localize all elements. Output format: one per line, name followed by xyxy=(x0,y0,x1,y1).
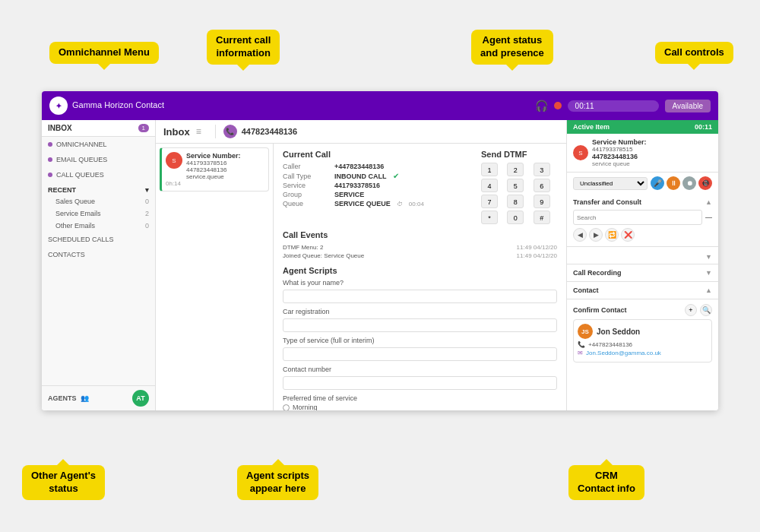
end-call-button[interactable]: 📵 xyxy=(698,176,712,190)
queue-time: 00:04 xyxy=(409,201,424,207)
sidebar-item-scheduled-calls[interactable]: SCHEDULED CALLS xyxy=(42,232,155,247)
caller-value: +447823448136 xyxy=(334,163,384,170)
transfer-warm-button[interactable]: 🔁 xyxy=(605,228,619,242)
sidebar-item-service-emails[interactable]: Service Emails 2 xyxy=(42,207,155,220)
confirm-contact-label: Confirm Contact xyxy=(573,306,627,314)
event-2-time: 11:49 04/12/20 xyxy=(517,252,557,259)
contact-detail-phone-row: 📞 +447823448136 xyxy=(578,341,708,348)
omnichannel-label: OMNICHANNEL xyxy=(56,141,107,148)
annotation-call-controls: Call controls xyxy=(655,42,733,64)
contact-service-number-label: Service Number: xyxy=(186,152,241,160)
service-label: Service xyxy=(283,182,328,189)
transfer-prev-button[interactable]: ◀ xyxy=(573,228,587,242)
agent-status-button[interactable]: Available xyxy=(665,100,711,112)
status-dot xyxy=(554,102,562,109)
contact-section: Contact ▲ xyxy=(567,282,718,299)
script-q3-label: Type of service (full or interim) xyxy=(283,337,557,344)
script-q2-label: Car registration xyxy=(283,308,557,315)
active-service-number: 441793378515 xyxy=(592,146,647,153)
contact-section-header[interactable]: Contact ▲ xyxy=(573,287,712,294)
transfer-chevron-icon: ▲ xyxy=(705,198,712,206)
sidebar-bottom: AGENTS 👥 AT xyxy=(42,385,155,410)
phone-search-input[interactable] xyxy=(573,210,702,225)
sidebar-item-other-emails[interactable]: Other Emails 0 xyxy=(42,220,155,232)
dtmf-3[interactable]: 3 xyxy=(534,163,550,176)
nav-dot-icon xyxy=(48,157,52,162)
contact-detail-phone: +447823448136 xyxy=(588,341,632,348)
call-recording-section: Call Recording ▼ xyxy=(567,264,718,282)
check-icon: ✔ xyxy=(393,172,399,180)
radio-morning-label: Morning xyxy=(293,404,318,410)
service-emails-count: 2 xyxy=(145,210,149,217)
contact-caller-number: 447823448136 xyxy=(186,166,241,173)
call-queues-label: CALL QUEUES xyxy=(56,171,104,179)
mute-button[interactable]: 🎤 xyxy=(651,176,664,190)
script-q4-input[interactable] xyxy=(283,376,557,390)
caller-label: Caller xyxy=(283,163,328,170)
sidebar-item-sales-queue[interactable]: Sales Queue 0 xyxy=(42,195,155,207)
inbox-nav-item[interactable]: INBOX 1 xyxy=(42,120,155,137)
sidebar-item-contacts[interactable]: CONTACTS xyxy=(42,247,155,262)
dtmf-hash[interactable]: # xyxy=(534,211,550,224)
dtmf-8[interactable]: 8 xyxy=(507,195,524,208)
contacts-label: CONTACTS xyxy=(48,251,85,258)
contact-card[interactable]: S Service Number: 441793378516 447823448… xyxy=(160,147,269,192)
expand-chevron-icon[interactable]: ▼ xyxy=(705,253,712,261)
transfer-forward-button[interactable]: ▶ xyxy=(589,228,603,242)
agent-status-bar[interactable]: 00:11 xyxy=(568,100,659,112)
dtmf-9[interactable]: 9 xyxy=(534,195,550,208)
dtmf-2[interactable]: 2 xyxy=(507,163,524,176)
confirm-action-buttons: + 🔍 xyxy=(685,304,712,316)
dtmf-star[interactable]: * xyxy=(481,211,498,224)
sidebar-item-email-queues[interactable]: EMAIL QUEUES xyxy=(42,152,155,167)
transfer-consult-section: Transfer and Consult ▲ — ◀ ▶ 🔁 ❌ xyxy=(567,194,718,247)
dtmf-5[interactable]: 5 xyxy=(507,179,524,192)
transfer-cold-button[interactable]: ❌ xyxy=(621,228,635,242)
script-q2-input[interactable] xyxy=(283,318,557,332)
service-emails-label: Service Emails xyxy=(55,210,101,217)
event-row-2: Joined Queue: Service Queue 11:49 04/12/… xyxy=(283,252,557,260)
annotation-other-agent-status: Other Agent's status xyxy=(22,465,105,500)
record-button[interactable]: ⏺ xyxy=(682,176,696,190)
dtmf-1[interactable]: 1 xyxy=(481,163,498,176)
transfer-consult-header[interactable]: Transfer and Consult ▲ xyxy=(573,198,712,206)
dtmf-4[interactable]: 4 xyxy=(481,179,498,192)
dtmf-7[interactable]: 7 xyxy=(481,195,498,208)
crm-contact-section: Confirm Contact + 🔍 JS Jon Seddon 📞 +447… xyxy=(567,299,718,367)
agent-avatar[interactable]: AT xyxy=(132,390,149,407)
dtmf-6[interactable]: 6 xyxy=(534,179,550,192)
sidebar-item-call-queues[interactable]: CALL QUEUES xyxy=(42,167,155,182)
script-q1-input[interactable] xyxy=(283,290,557,303)
agent-scripts-title: Agent Scripts xyxy=(283,266,557,275)
dtmf-title: Send DTMF xyxy=(481,150,557,159)
app-container: ✦ Gamma Horizon Contact 🎧 00:11 Availabl… xyxy=(42,91,718,410)
hold-button[interactable]: ⏸ xyxy=(667,176,680,190)
call-control-buttons: 🎤 ⏸ ⏺ 📵 xyxy=(651,176,712,190)
queue-value: SERVICE QUEUE xyxy=(334,200,391,207)
contact-detail-name: Jon Seddon xyxy=(597,328,640,336)
classification-dropdown[interactable]: Unclassified Classified Resolved xyxy=(573,177,648,190)
call-type-label: Call Type xyxy=(283,173,328,180)
contact-avatar: S xyxy=(166,152,182,169)
dtmf-0[interactable]: 0 xyxy=(507,211,524,224)
filter-icon[interactable]: ≡ xyxy=(196,126,201,137)
search-contact-button[interactable]: 🔍 xyxy=(700,304,712,316)
call-recording-header[interactable]: Call Recording ▼ xyxy=(573,269,712,277)
phone-detail-icon: 📞 xyxy=(578,341,585,348)
recent-header: RECENT ▾ xyxy=(42,182,155,195)
script-q3-input[interactable] xyxy=(283,347,557,361)
add-contact-button[interactable]: + xyxy=(685,304,697,316)
queue-label: Queue xyxy=(283,200,328,207)
sidebar-item-omnichannel[interactable]: OMNICHANNEL xyxy=(42,137,155,152)
other-emails-count: 0 xyxy=(145,222,149,230)
contact-chevron-icon: ▲ xyxy=(705,287,712,294)
preferred-time-group: Morning Afternoon Anytime xyxy=(283,404,557,410)
transfer-action-buttons: ◀ ▶ 🔁 ❌ xyxy=(573,228,712,242)
logo-icon: ✦ xyxy=(49,97,68,115)
active-contact-number: 447823448136 xyxy=(592,153,647,160)
dtmf-grid: 1 2 3 4 5 6 7 8 9 * 0 # xyxy=(481,163,557,224)
radio-morning[interactable]: Morning xyxy=(283,404,557,410)
nav-dot-icon xyxy=(48,173,52,177)
email-detail-icon: ✉ xyxy=(578,350,583,356)
annotation-agent-status: Agent status and presence xyxy=(471,30,553,65)
